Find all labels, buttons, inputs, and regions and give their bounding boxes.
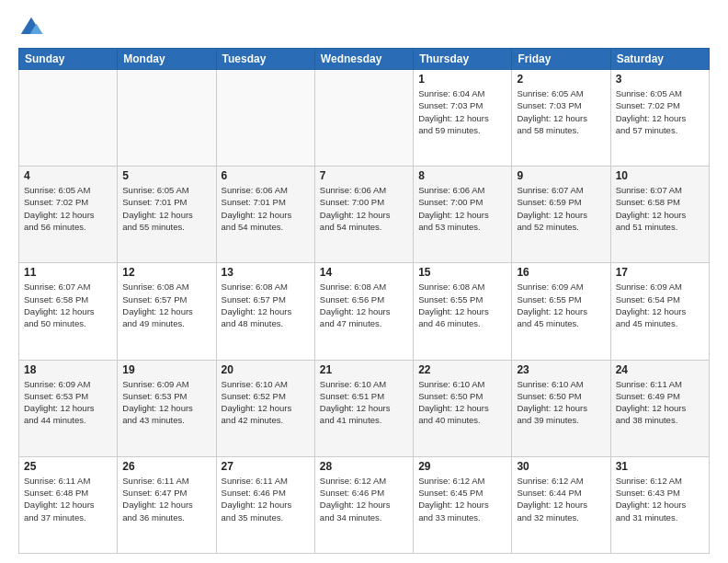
day-number: 10 bbox=[616, 169, 704, 182]
day-cell-8: 8Sunrise: 6:06 AMSunset: 7:00 PMDaylight… bbox=[414, 167, 512, 263]
day-info: Sunrise: 6:10 AMSunset: 6:50 PMDaylight:… bbox=[418, 378, 506, 427]
day-info: Sunrise: 6:12 AMSunset: 6:44 PMDaylight:… bbox=[517, 475, 605, 523]
day-number: 6 bbox=[222, 169, 310, 182]
day-number: 25 bbox=[24, 460, 112, 473]
day-cell-12: 12Sunrise: 6:08 AMSunset: 6:57 PMDayligh… bbox=[118, 263, 216, 360]
day-info: Sunrise: 6:08 AMSunset: 6:57 PMDaylight:… bbox=[222, 281, 310, 329]
day-info: Sunrise: 6:06 AMSunset: 7:01 PMDaylight:… bbox=[222, 184, 310, 233]
weekday-header-sunday: Sunday bbox=[19, 49, 118, 70]
day-info: Sunrise: 6:05 AMSunset: 7:01 PMDaylight:… bbox=[122, 184, 210, 233]
week-row-1: 1Sunrise: 6:04 AMSunset: 7:03 PMDaylight… bbox=[19, 70, 710, 167]
day-info: Sunrise: 6:12 AMSunset: 6:45 PMDaylight:… bbox=[418, 475, 506, 523]
day-cell-5: 5Sunrise: 6:05 AMSunset: 7:01 PMDaylight… bbox=[118, 167, 216, 263]
weekday-header-row: SundayMondayTuesdayWednesdayThursdayFrid… bbox=[19, 49, 710, 70]
day-cell-18: 18Sunrise: 6:09 AMSunset: 6:53 PMDayligh… bbox=[19, 360, 118, 456]
empty-cell bbox=[314, 70, 413, 167]
day-cell-15: 15Sunrise: 6:08 AMSunset: 6:55 PMDayligh… bbox=[414, 263, 512, 360]
day-info: Sunrise: 6:07 AMSunset: 6:58 PMDaylight:… bbox=[24, 281, 112, 329]
day-number: 1 bbox=[418, 73, 506, 86]
weekday-header-monday: Monday bbox=[118, 49, 216, 70]
day-cell-10: 10Sunrise: 6:07 AMSunset: 6:58 PMDayligh… bbox=[610, 167, 709, 263]
header bbox=[18, 15, 710, 40]
day-number: 28 bbox=[320, 460, 408, 473]
day-number: 24 bbox=[616, 363, 704, 376]
day-info: Sunrise: 6:10 AMSunset: 6:52 PMDaylight:… bbox=[222, 378, 310, 427]
day-cell-25: 25Sunrise: 6:11 AMSunset: 6:48 PMDayligh… bbox=[19, 456, 118, 553]
empty-cell bbox=[19, 70, 118, 167]
day-cell-9: 9Sunrise: 6:07 AMSunset: 6:59 PMDaylight… bbox=[512, 167, 610, 263]
day-cell-13: 13Sunrise: 6:08 AMSunset: 6:57 PMDayligh… bbox=[216, 263, 314, 360]
day-number: 3 bbox=[616, 73, 704, 86]
day-number: 7 bbox=[320, 169, 408, 182]
day-cell-26: 26Sunrise: 6:11 AMSunset: 6:47 PMDayligh… bbox=[118, 456, 216, 553]
day-cell-19: 19Sunrise: 6:09 AMSunset: 6:53 PMDayligh… bbox=[118, 360, 216, 456]
day-number: 29 bbox=[418, 460, 506, 473]
day-cell-27: 27Sunrise: 6:11 AMSunset: 6:46 PMDayligh… bbox=[216, 456, 314, 553]
day-info: Sunrise: 6:09 AMSunset: 6:53 PMDaylight:… bbox=[122, 378, 210, 427]
day-cell-4: 4Sunrise: 6:05 AMSunset: 7:02 PMDaylight… bbox=[19, 167, 118, 263]
day-number: 16 bbox=[517, 266, 605, 279]
day-info: Sunrise: 6:05 AMSunset: 7:02 PMDaylight:… bbox=[24, 184, 112, 233]
weekday-header-thursday: Thursday bbox=[414, 49, 512, 70]
day-info: Sunrise: 6:06 AMSunset: 7:00 PMDaylight:… bbox=[320, 184, 408, 233]
day-info: Sunrise: 6:06 AMSunset: 7:00 PMDaylight:… bbox=[418, 184, 506, 233]
day-cell-29: 29Sunrise: 6:12 AMSunset: 6:45 PMDayligh… bbox=[414, 456, 512, 553]
page: SundayMondayTuesdayWednesdayThursdayFrid… bbox=[0, 0, 728, 563]
day-cell-17: 17Sunrise: 6:09 AMSunset: 6:54 PMDayligh… bbox=[610, 263, 709, 360]
day-info: Sunrise: 6:08 AMSunset: 6:57 PMDaylight:… bbox=[122, 281, 210, 329]
day-number: 13 bbox=[222, 266, 310, 279]
day-number: 9 bbox=[517, 169, 605, 182]
day-cell-21: 21Sunrise: 6:10 AMSunset: 6:51 PMDayligh… bbox=[314, 360, 413, 456]
day-cell-31: 31Sunrise: 6:12 AMSunset: 6:43 PMDayligh… bbox=[610, 456, 709, 553]
day-cell-3: 3Sunrise: 6:05 AMSunset: 7:02 PMDaylight… bbox=[610, 70, 709, 167]
day-number: 30 bbox=[517, 460, 605, 473]
day-cell-2: 2Sunrise: 6:05 AMSunset: 7:03 PMDaylight… bbox=[512, 70, 610, 167]
week-row-5: 25Sunrise: 6:11 AMSunset: 6:48 PMDayligh… bbox=[19, 456, 710, 553]
day-cell-16: 16Sunrise: 6:09 AMSunset: 6:55 PMDayligh… bbox=[512, 263, 610, 360]
logo bbox=[18, 15, 50, 40]
day-info: Sunrise: 6:04 AMSunset: 7:03 PMDaylight:… bbox=[418, 87, 506, 136]
day-number: 18 bbox=[24, 363, 112, 376]
day-cell-20: 20Sunrise: 6:10 AMSunset: 6:52 PMDayligh… bbox=[216, 360, 314, 456]
week-row-3: 11Sunrise: 6:07 AMSunset: 6:58 PMDayligh… bbox=[19, 263, 710, 360]
empty-cell bbox=[216, 70, 314, 167]
week-row-4: 18Sunrise: 6:09 AMSunset: 6:53 PMDayligh… bbox=[19, 360, 710, 456]
day-cell-28: 28Sunrise: 6:12 AMSunset: 6:46 PMDayligh… bbox=[314, 456, 413, 553]
weekday-header-friday: Friday bbox=[512, 49, 610, 70]
day-number: 17 bbox=[616, 266, 704, 279]
calendar-table: SundayMondayTuesdayWednesdayThursdayFrid… bbox=[18, 48, 710, 554]
day-info: Sunrise: 6:09 AMSunset: 6:53 PMDaylight:… bbox=[24, 378, 112, 427]
day-info: Sunrise: 6:11 AMSunset: 6:47 PMDaylight:… bbox=[122, 475, 210, 523]
day-info: Sunrise: 6:11 AMSunset: 6:48 PMDaylight:… bbox=[24, 475, 112, 523]
day-cell-23: 23Sunrise: 6:10 AMSunset: 6:50 PMDayligh… bbox=[512, 360, 610, 456]
day-cell-30: 30Sunrise: 6:12 AMSunset: 6:44 PMDayligh… bbox=[512, 456, 610, 553]
day-cell-7: 7Sunrise: 6:06 AMSunset: 7:00 PMDaylight… bbox=[314, 167, 413, 263]
day-number: 14 bbox=[320, 266, 408, 279]
day-info: Sunrise: 6:10 AMSunset: 6:50 PMDaylight:… bbox=[517, 378, 605, 427]
empty-cell bbox=[118, 70, 216, 167]
day-number: 19 bbox=[122, 363, 210, 376]
day-info: Sunrise: 6:11 AMSunset: 6:46 PMDaylight:… bbox=[222, 475, 310, 523]
day-info: Sunrise: 6:09 AMSunset: 6:54 PMDaylight:… bbox=[616, 281, 704, 329]
day-info: Sunrise: 6:09 AMSunset: 6:55 PMDaylight:… bbox=[517, 281, 605, 329]
day-info: Sunrise: 6:05 AMSunset: 7:03 PMDaylight:… bbox=[517, 87, 605, 136]
day-number: 20 bbox=[222, 363, 310, 376]
day-number: 15 bbox=[418, 266, 506, 279]
day-info: Sunrise: 6:08 AMSunset: 6:56 PMDaylight:… bbox=[320, 281, 408, 329]
weekday-header-wednesday: Wednesday bbox=[314, 49, 413, 70]
day-number: 4 bbox=[24, 169, 112, 182]
day-number: 21 bbox=[320, 363, 408, 376]
day-number: 22 bbox=[418, 363, 506, 376]
day-cell-24: 24Sunrise: 6:11 AMSunset: 6:49 PMDayligh… bbox=[610, 360, 709, 456]
day-info: Sunrise: 6:12 AMSunset: 6:43 PMDaylight:… bbox=[616, 475, 704, 523]
day-cell-14: 14Sunrise: 6:08 AMSunset: 6:56 PMDayligh… bbox=[314, 263, 413, 360]
week-row-2: 4Sunrise: 6:05 AMSunset: 7:02 PMDaylight… bbox=[19, 167, 710, 263]
day-number: 27 bbox=[222, 460, 310, 473]
day-cell-22: 22Sunrise: 6:10 AMSunset: 6:50 PMDayligh… bbox=[414, 360, 512, 456]
weekday-header-saturday: Saturday bbox=[610, 49, 709, 70]
day-info: Sunrise: 6:07 AMSunset: 6:59 PMDaylight:… bbox=[517, 184, 605, 233]
day-cell-6: 6Sunrise: 6:06 AMSunset: 7:01 PMDaylight… bbox=[216, 167, 314, 263]
day-cell-1: 1Sunrise: 6:04 AMSunset: 7:03 PMDaylight… bbox=[414, 70, 512, 167]
day-number: 11 bbox=[24, 266, 112, 279]
day-number: 31 bbox=[616, 460, 704, 473]
